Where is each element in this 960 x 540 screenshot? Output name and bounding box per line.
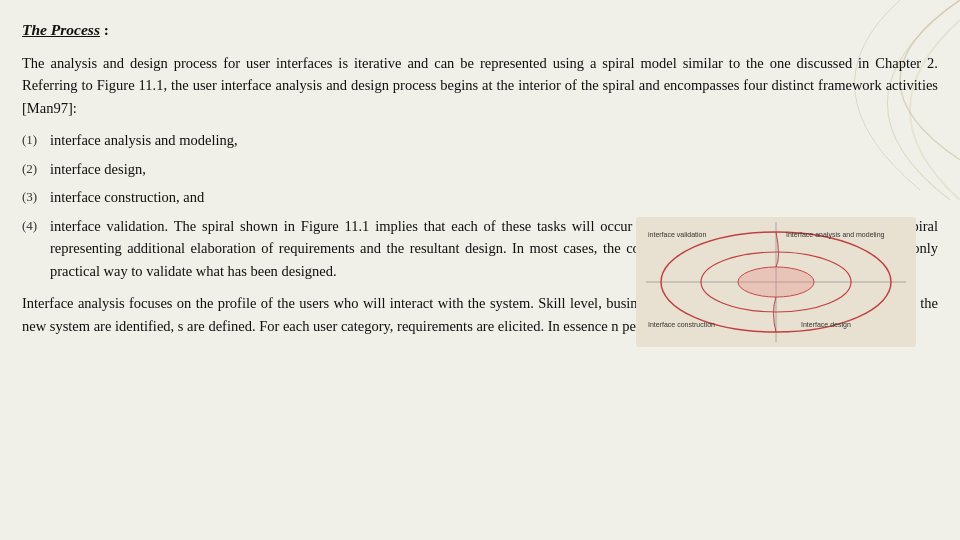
title-underlined: The Process: [22, 21, 100, 38]
list-text-3: interface construction, and: [50, 186, 938, 208]
list-text-2: interface design,: [50, 158, 938, 180]
list-item-2: (2) interface design,: [22, 158, 938, 180]
list-item-1: (1) interface analysis and modeling,: [22, 129, 938, 151]
bottom-section: Interface analysis focuses on the profil…: [22, 292, 938, 337]
section-title: The Process :: [22, 18, 938, 42]
list-num-4: (4): [22, 215, 50, 282]
svg-text:Interface analysis and modelin: Interface analysis and modeling: [786, 231, 885, 239]
title-colon: :: [100, 21, 109, 38]
svg-text:Interface design: Interface design: [801, 321, 851, 329]
svg-point-6: [738, 267, 814, 297]
list-num-2: (2): [22, 158, 50, 180]
list-num-1: (1): [22, 129, 50, 151]
list-num-3: (3): [22, 186, 50, 208]
list-text-1: interface analysis and modeling,: [50, 129, 938, 151]
list-item-3: (3) interface construction, and: [22, 186, 938, 208]
intro-paragraph: The analysis and design process for user…: [22, 52, 938, 119]
main-content: The Process : The analysis and design pr…: [0, 0, 960, 353]
svg-text:interface validation: interface validation: [648, 231, 706, 238]
spiral-diagram: interface validation Interface analysis …: [636, 217, 916, 347]
svg-text:Interface construction: Interface construction: [648, 321, 715, 328]
